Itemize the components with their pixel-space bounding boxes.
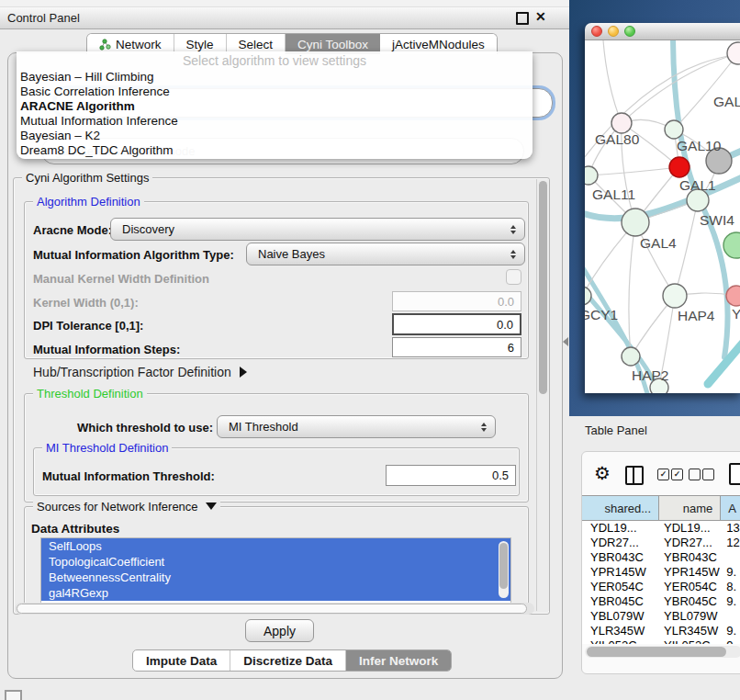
column-header-shared-name[interactable]: shared... — [582, 496, 659, 520]
node-gal-top[interactable] — [727, 42, 740, 64]
cell[interactable]: 8. — [721, 580, 740, 594]
settings-hscrollbar-thumb[interactable] — [17, 604, 527, 614]
split-columns-icon[interactable] — [625, 466, 644, 485]
minimize-traffic-light[interactable] — [608, 26, 619, 37]
gear-icon[interactable]: ⚙ — [594, 461, 611, 485]
mi-steps-field[interactable]: 6 — [392, 337, 521, 357]
control-panel-titlebar[interactable]: Control Panel ✕ — [0, 7, 569, 29]
aracne-mode-combobox[interactable]: Discovery — [110, 218, 525, 241]
cell[interactable]: YIL052C — [582, 638, 659, 644]
hub-definition-toggle[interactable]: Hub/Transcription Factor Definition — [33, 365, 247, 379]
cell[interactable]: 9. — [721, 594, 740, 609]
cell[interactable] — [721, 609, 740, 624]
network-window-titlebar[interactable] — [585, 23, 740, 40]
list-item[interactable]: BetweennessCentrality — [41, 570, 510, 585]
table-row[interactable]: YDL19...YDL19...13 — [582, 521, 740, 536]
node-gcy1[interactable] — [585, 287, 591, 305]
table-row[interactable]: YBR045CYBR045C9. — [582, 594, 740, 609]
cell[interactable]: YDL19... — [659, 521, 721, 536]
close-icon[interactable]: ✕ — [535, 9, 546, 24]
network-view-window[interactable]: GAL GAL80 GAL10 GAL1 GAL11 SWI4 GAL4 GCY… — [585, 23, 740, 393]
dropdown-item[interactable]: Basic Correlation Inference — [17, 85, 533, 99]
minimized-panel-icon[interactable] — [5, 690, 22, 700]
cell[interactable]: YBR043C — [582, 550, 659, 565]
cell[interactable]: YER054C — [659, 580, 721, 594]
table-hscrollbar-thumb[interactable] — [587, 647, 726, 657]
cell[interactable]: 9. — [721, 624, 740, 638]
unchecked-box-icon[interactable] — [689, 469, 701, 480]
checked-box-icon[interactable]: ✓ — [657, 469, 669, 480]
node-hap2[interactable] — [622, 347, 640, 366]
tab-discretize-data-label: Discretize Data — [243, 654, 332, 668]
cell[interactable]: YBL079W — [659, 609, 721, 624]
node-gal80[interactable] — [611, 113, 632, 133]
tab-infer-network[interactable]: Infer Network — [346, 650, 451, 671]
data-attributes-list[interactable]: SelfLoops TopologicalCoefficient Between… — [40, 537, 511, 605]
cell[interactable] — [721, 550, 740, 565]
dropdown-item[interactable]: Bayesian – K2 — [17, 129, 533, 143]
cell[interactable]: 13 — [721, 521, 740, 536]
table-row[interactable]: YPR145WYPR145W9. — [582, 565, 740, 580]
settings-scrollbar[interactable] — [536, 179, 549, 611]
document-icon[interactable] — [729, 463, 740, 485]
unchecked-box-icon[interactable] — [702, 469, 714, 480]
tab-discretize-data[interactable]: Discretize Data — [230, 650, 346, 671]
cell[interactable]: YDL19... — [582, 521, 659, 536]
node-gal10[interactable] — [665, 120, 683, 139]
apply-button[interactable]: Apply — [245, 619, 314, 642]
table-row[interactable]: YER054CYER054C8. — [582, 580, 740, 594]
cell[interactable]: YLR345W — [582, 624, 659, 638]
settings-hscrollbar[interactable] — [15, 603, 534, 615]
which-threshold-combobox[interactable]: MI Threshold — [217, 415, 496, 438]
node-gal1[interactable] — [669, 157, 690, 177]
cell[interactable]: YDR27... — [582, 536, 659, 550]
zoom-traffic-light[interactable] — [624, 26, 635, 37]
table-row[interactable]: YBL079WYBL079W — [582, 609, 740, 624]
network-canvas[interactable]: GAL GAL80 GAL10 GAL1 GAL11 SWI4 GAL4 GCY… — [585, 40, 740, 393]
dropdown-item[interactable]: Dream8 DC_TDC Algorithm — [17, 143, 533, 158]
cell[interactable]: YBR043C — [659, 550, 721, 565]
cell[interactable]: 9. — [721, 565, 740, 580]
list-scrollbar-thumb[interactable] — [499, 543, 508, 589]
dropdown-item-selected[interactable]: ARACNE Algorithm — [17, 99, 533, 114]
list-item[interactable]: TopologicalCoefficient — [41, 554, 510, 570]
table-row[interactable]: YBR043CYBR043C — [582, 550, 740, 565]
checked-box-icon[interactable]: ✓ — [671, 469, 683, 480]
cell[interactable]: YBR045C — [582, 594, 659, 609]
node-hap4[interactable] — [663, 284, 687, 308]
table-row[interactable]: YLR345WYLR345W9. — [582, 624, 740, 638]
mi-type-combobox[interactable]: Naive Bayes — [246, 243, 525, 265]
dpi-tolerance-field[interactable]: 0.0 — [392, 313, 521, 335]
close-traffic-light[interactable] — [591, 26, 602, 37]
mi-threshold-field[interactable]: 0.5 — [386, 465, 516, 486]
node-salmon[interactable] — [726, 286, 740, 306]
cell[interactable]: YPR145W — [582, 565, 659, 580]
cell[interactable]: YIL052C — [659, 638, 721, 644]
cell[interactable]: YBR045C — [659, 594, 721, 609]
node-green-right[interactable] — [723, 232, 740, 258]
node-gal11[interactable] — [585, 166, 598, 185]
dropdown-item[interactable]: Mutual Information Inference — [17, 114, 533, 129]
sources-group-title[interactable]: Sources for Network Inference — [33, 500, 220, 514]
cell[interactable]: YDR27... — [659, 536, 721, 550]
splitter-collapse-icon[interactable] — [563, 337, 568, 346]
table-hscrollbar[interactable] — [585, 646, 740, 658]
column-header-name[interactable]: name — [659, 496, 721, 520]
settings-scrollbar-thumb[interactable] — [539, 181, 547, 394]
cell[interactable]: YBL079W — [582, 609, 659, 624]
cell[interactable]: YPR145W — [659, 565, 721, 580]
cell[interactable]: 9 — [721, 638, 740, 644]
cell[interactable]: YLR345W — [659, 624, 721, 638]
node-gal4[interactable] — [622, 209, 649, 236]
tab-impute-data[interactable]: Impute Data — [133, 650, 230, 671]
list-item[interactable]: gal4RGexp — [41, 585, 510, 601]
table-row[interactable]: YDR27...YDR27...12 — [582, 536, 740, 550]
cell[interactable]: YER054C — [582, 580, 659, 594]
list-scrollbar[interactable] — [499, 541, 509, 598]
table-row[interactable]: YIL052CYIL052C9 — [582, 638, 740, 644]
float-window-icon[interactable] — [516, 12, 529, 25]
dropdown-item[interactable]: Bayesian – Hill Climbing — [17, 70, 533, 85]
column-header-clipped[interactable]: A — [721, 496, 740, 520]
list-item[interactable]: SelfLoops — [41, 538, 510, 554]
cell[interactable]: 12 — [721, 536, 740, 550]
